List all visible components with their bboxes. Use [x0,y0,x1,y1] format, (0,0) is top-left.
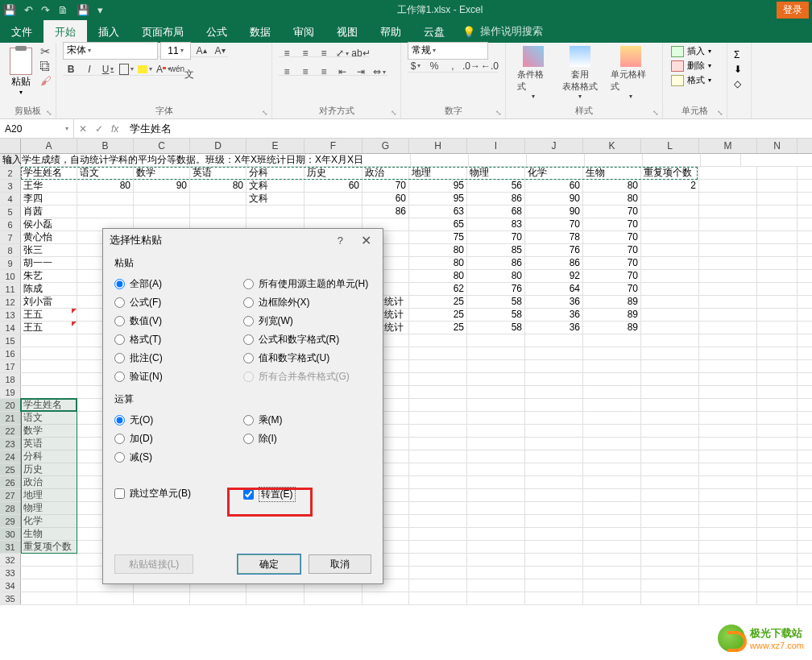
row-header[interactable]: 4 [0,193,21,205]
row-header[interactable]: 28 [0,502,21,514]
cell-style-button[interactable]: 单元格样式▾ [606,44,656,102]
cell[interactable] [699,205,757,218]
cell[interactable]: 86 [362,205,409,218]
cell[interactable] [583,592,641,604]
tab-data[interactable]: 数据 [238,20,282,43]
col-header[interactable]: A [21,139,77,153]
cell[interactable] [699,592,757,604]
cell[interactable] [699,167,757,179]
cell[interactable] [699,347,757,359]
cell[interactable] [409,412,467,424]
col-header[interactable]: E [246,139,304,153]
row-header[interactable]: 34 [0,579,21,592]
clear-icon[interactable]: ◇ [734,78,741,89]
dec-decimal-icon[interactable]: ←.0 [482,57,498,75]
cell[interactable] [699,554,757,566]
ok-button[interactable]: 确定 [238,554,300,574]
cell[interactable] [699,360,757,372]
cell[interactable] [757,450,798,463]
cell[interactable] [699,386,757,398]
cell[interactable]: 陈成 [21,283,77,295]
cell[interactable]: 张三 [21,244,77,256]
cell[interactable]: 80 [583,180,641,192]
cell[interactable]: 70 [583,231,641,243]
row-header[interactable]: 14 [0,322,21,334]
cell[interactable] [409,579,467,592]
cell[interactable]: 物理 [467,167,525,179]
phonetic-button[interactable]: wén文 [174,60,190,78]
cell[interactable] [757,193,798,205]
cell[interactable]: 王五 [21,309,77,321]
cell[interactable] [409,438,467,450]
cell[interactable]: 英语 [190,167,246,179]
grow-font-icon[interactable]: A▴ [193,42,209,60]
cell[interactable]: 刘小雷 [21,296,77,308]
fill-icon[interactable]: ⬇ [734,64,742,75]
col-header[interactable]: I [467,139,525,153]
name-box[interactable]: ▾ [0,119,74,138]
cell[interactable]: 输入学生成绩，自动统计学科的平均分等数据。班级：X年X班统计日期：X年X月X日 [0,154,516,166]
cell[interactable] [134,205,190,218]
opt-value[interactable]: 数值(V) [114,312,243,330]
cell[interactable] [699,528,757,540]
percent-icon[interactable]: % [426,57,442,75]
cell[interactable] [467,541,525,553]
tab-home[interactable]: 开始 [44,20,87,43]
format-table-button[interactable]: 套用 表格格式▾ [557,44,603,102]
cell[interactable] [525,554,583,566]
cell[interactable] [641,554,699,566]
tab-layout[interactable]: 页面布局 [130,20,195,43]
cell[interactable] [409,528,467,540]
inc-decimal-icon[interactable]: .0→ [463,57,479,75]
align-bottom-icon[interactable]: ≡ [316,44,332,62]
cell[interactable] [525,476,583,488]
cell[interactable]: 分科 [246,167,304,179]
cell[interactable] [467,425,525,437]
cell[interactable] [77,193,134,205]
cell[interactable] [641,322,699,334]
cell[interactable] [467,579,525,592]
italic-button[interactable]: I [81,60,97,78]
cell[interactable] [583,554,641,566]
cell[interactable] [699,476,757,488]
cell[interactable] [525,425,583,437]
formula-input[interactable]: 学生姓名 [123,122,812,136]
cell[interactable]: 36 [525,322,583,334]
cell[interactable] [409,450,467,463]
cell[interactable]: 86 [467,193,525,205]
cell[interactable] [757,567,798,579]
cell[interactable] [583,438,641,450]
merge-center-icon[interactable]: ⇔ [371,63,387,81]
cell[interactable] [409,476,467,488]
cell[interactable] [641,567,699,579]
cell[interactable] [757,180,798,192]
cell[interactable]: 70 [467,231,525,243]
cell[interactable] [641,309,699,321]
cell[interactable] [757,399,798,411]
row-header[interactable]: 15 [0,334,21,347]
row-header[interactable]: 5 [0,205,21,218]
cell[interactable] [699,373,757,385]
new-icon[interactable]: 🗎 [58,4,68,16]
cell[interactable] [757,231,798,243]
opt-sub[interactable]: 减(S) [114,448,243,467]
help-icon[interactable]: ? [338,235,343,247]
format-cells-button[interactable]: 格式▾ [669,73,713,87]
cell[interactable] [757,373,798,385]
col-header[interactable]: J [525,139,583,153]
cell[interactable]: 生物 [583,167,641,179]
cell[interactable] [641,412,699,424]
insert-cells-button[interactable]: 插入▾ [669,44,713,58]
cell[interactable]: 80 [583,193,641,205]
cell[interactable] [409,592,467,604]
cell[interactable] [409,515,467,527]
cell[interactable] [525,373,583,385]
cell[interactable]: 王华 [21,180,77,192]
cell[interactable] [701,154,741,166]
row-header[interactable]: 26 [0,476,21,488]
cell[interactable]: 95 [409,180,467,192]
cell[interactable] [21,579,77,592]
cell[interactable] [467,476,525,488]
cell[interactable]: 60 [304,180,362,192]
cell[interactable] [699,450,757,463]
